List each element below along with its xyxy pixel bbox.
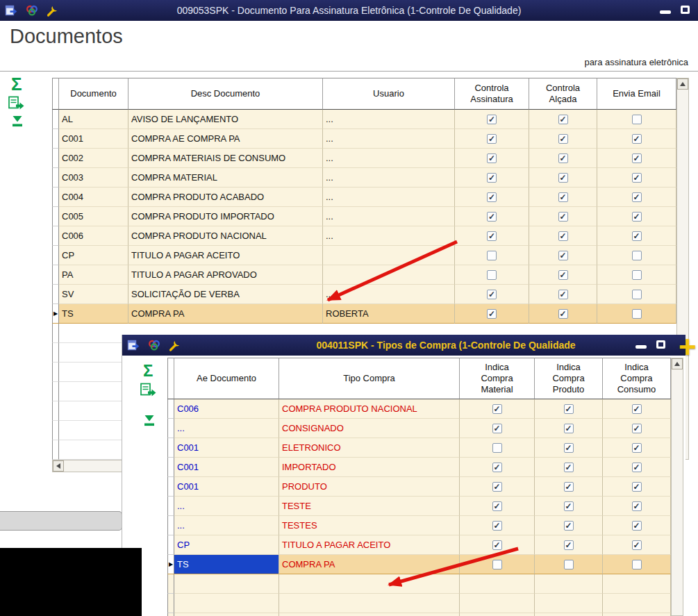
- checkbox-cell[interactable]: ✓: [529, 285, 597, 304]
- checkbox-checked-icon[interactable]: ✓: [492, 463, 502, 472]
- checkbox-cell[interactable]: ✓: [597, 188, 676, 207]
- checkbox-cell[interactable]: ✓: [529, 265, 597, 285]
- checkbox-cell[interactable]: ✓: [529, 110, 597, 129]
- checkbox-checked-icon[interactable]: ✓: [492, 521, 502, 531]
- checkbox-checked-icon[interactable]: ✓: [487, 290, 497, 299]
- column-header-envia-email[interactable]: Envia Email: [597, 78, 676, 110]
- checkbox-cell[interactable]: ✓: [529, 149, 597, 168]
- checkbox-checked-icon[interactable]: ✓: [558, 134, 568, 144]
- tipo-compra-cell[interactable]: TESTES: [279, 516, 460, 535]
- checkbox-cell[interactable]: ✓: [460, 477, 535, 497]
- ae-documento-cell[interactable]: C006: [174, 399, 279, 419]
- column-header-ae-documento[interactable]: Ae Documento: [174, 358, 279, 399]
- checkbox-cell[interactable]: ✓: [597, 207, 676, 226]
- desc-documento-cell[interactable]: TITULO A PAGAR APROVADO: [128, 265, 323, 285]
- usuario-cell[interactable]: ...: [323, 188, 455, 207]
- checkbox-cell[interactable]: [460, 555, 535, 574]
- checkbox-cell[interactable]: ✓: [529, 246, 597, 265]
- table-row[interactable]: ▶TSCOMPRA PA: [167, 555, 671, 574]
- documento-cell[interactable]: AL: [59, 110, 128, 129]
- checkbox-checked-icon[interactable]: ✓: [558, 270, 568, 280]
- checkbox-checked-icon[interactable]: ✓: [487, 309, 497, 319]
- checkbox-unchecked-icon[interactable]: [632, 309, 642, 319]
- documento-cell[interactable]: C002: [59, 149, 128, 168]
- checkbox-cell[interactable]: ✓: [460, 458, 535, 477]
- checkbox-checked-icon[interactable]: ✓: [564, 424, 574, 433]
- maximize-button[interactable]: [656, 340, 665, 349]
- checkbox-unchecked-icon[interactable]: [632, 270, 642, 280]
- desc-documento-cell[interactable]: AVISO DE LANÇAMENTO: [128, 110, 323, 129]
- documento-cell[interactable]: C001: [59, 129, 128, 149]
- checkbox-checked-icon[interactable]: ✓: [558, 212, 568, 222]
- tipo-compra-cell[interactable]: COMPRA PRODUTO NACIONAL: [279, 399, 460, 419]
- ae-documento-cell[interactable]: ...: [174, 419, 279, 438]
- checkbox-cell[interactable]: ✓: [455, 149, 529, 168]
- checkbox-cell[interactable]: [603, 555, 671, 574]
- documento-cell[interactable]: C006: [59, 226, 128, 246]
- checkbox-unchecked-icon[interactable]: [487, 251, 497, 260]
- checkbox-checked-icon[interactable]: ✓: [487, 212, 497, 222]
- checkbox-cell[interactable]: ✓: [535, 535, 603, 555]
- ae-documento-cell[interactable]: C001: [174, 438, 279, 458]
- table-row[interactable]: ▶TSCOMPRA PAROBERTA✓✓: [52, 304, 676, 324]
- checkbox-cell[interactable]: ✓: [535, 477, 603, 497]
- desc-documento-cell[interactable]: COMPRA AE COMPRA PA: [128, 129, 323, 149]
- ae-documento-cell[interactable]: C001: [174, 458, 279, 477]
- checkbox-checked-icon[interactable]: ✓: [492, 501, 502, 511]
- checkbox-cell[interactable]: ✓: [529, 304, 597, 324]
- checkbox-checked-icon[interactable]: ✓: [558, 309, 568, 319]
- checkbox-checked-icon[interactable]: ✓: [632, 192, 642, 202]
- documento-cell[interactable]: SV: [59, 285, 128, 304]
- column-header-indica-compra-produto[interactable]: Indica Compra Produto: [535, 358, 603, 399]
- table-row[interactable]: C002COMPRA MATERIAIS DE CONSUMO...✓✓✓: [52, 149, 676, 168]
- checkbox-checked-icon[interactable]: ✓: [632, 231, 642, 241]
- checkbox-cell[interactable]: ✓: [455, 285, 529, 304]
- export-grid-icon[interactable]: [8, 95, 24, 113]
- checkbox-checked-icon[interactable]: ✓: [632, 501, 642, 511]
- usuario-cell[interactable]: ...: [323, 207, 455, 226]
- checkbox-checked-icon[interactable]: ✓: [564, 404, 574, 414]
- checkbox-checked-icon[interactable]: ✓: [564, 521, 574, 531]
- tipo-compra-cell[interactable]: TESTE: [279, 497, 460, 516]
- checkbox-unchecked-icon[interactable]: [632, 115, 642, 124]
- checkbox-cell[interactable]: [460, 438, 535, 458]
- table-row[interactable]: C001ELETRONICO✓✓: [167, 438, 671, 458]
- documento-cell[interactable]: C005: [59, 207, 128, 226]
- grid2-vertical-scrollbar[interactable]: [671, 358, 683, 616]
- checkbox-cell[interactable]: ✓: [529, 188, 597, 207]
- desc-documento-cell[interactable]: COMPRA MATERIAIS DE CONSUMO: [128, 149, 323, 168]
- checkbox-checked-icon[interactable]: ✓: [564, 501, 574, 511]
- table-row[interactable]: C001IMPORTADO✓✓✓: [167, 458, 671, 477]
- column-header-desc-documento[interactable]: Desc Documento: [128, 78, 323, 110]
- checkbox-cell[interactable]: ✓: [529, 129, 597, 149]
- table-row[interactable]: CPTITULO A PAGAR ACEITO✓: [52, 246, 676, 265]
- download-arrow-icon[interactable]: [10, 115, 24, 131]
- checkbox-checked-icon[interactable]: ✓: [487, 115, 497, 124]
- checkbox-cell[interactable]: [597, 246, 676, 265]
- checkbox-checked-icon[interactable]: ✓: [632, 540, 642, 550]
- checkbox-cell[interactable]: ✓: [603, 458, 671, 477]
- checkbox-cell[interactable]: ✓: [455, 304, 529, 324]
- checkbox-cell[interactable]: ✓: [529, 226, 597, 246]
- checkbox-unchecked-icon[interactable]: [564, 560, 574, 569]
- checkbox-cell[interactable]: [455, 246, 529, 265]
- ae-documento-cell[interactable]: C001: [174, 477, 279, 497]
- checkbox-checked-icon[interactable]: ✓: [558, 173, 568, 183]
- checkbox-cell[interactable]: ✓: [529, 207, 597, 226]
- checkbox-checked-icon[interactable]: ✓: [632, 173, 642, 183]
- documento-cell[interactable]: PA: [59, 265, 128, 285]
- table-row[interactable]: CPTITULO A PAGAR ACEITO✓✓✓: [167, 535, 671, 555]
- checkbox-checked-icon[interactable]: ✓: [632, 153, 642, 163]
- checkbox-cell[interactable]: ✓: [603, 477, 671, 497]
- tipo-compra-cell[interactable]: PRODUTO: [279, 477, 460, 497]
- column-header-indica-compra-consumo[interactable]: Indica Compra Consumo: [603, 358, 671, 399]
- usuario-cell[interactable]: ...: [323, 285, 455, 304]
- tipo-compra-cell[interactable]: COMPRA PA: [279, 555, 460, 574]
- documento-cell[interactable]: CP: [59, 246, 128, 265]
- checkbox-cell[interactable]: [535, 555, 603, 574]
- checkbox-checked-icon[interactable]: ✓: [632, 424, 642, 433]
- table-row[interactable]: C001PRODUTO✓✓✓: [167, 477, 671, 497]
- checkbox-cell[interactable]: ✓: [603, 399, 671, 419]
- tipo-compra-cell[interactable]: ELETRONICO: [279, 438, 460, 458]
- documento-cell[interactable]: TS: [59, 304, 128, 324]
